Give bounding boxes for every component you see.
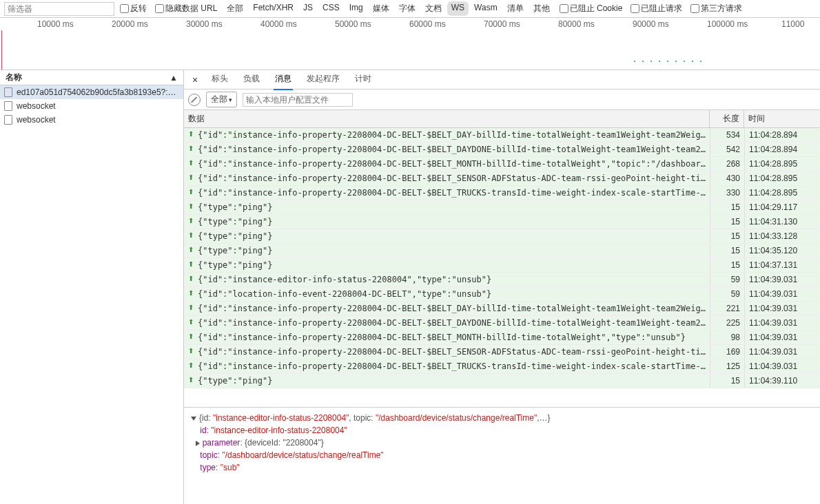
message-row[interactable]: ⬆{"type":"ping"}1511:04:35.120 [184, 244, 820, 258]
message-row[interactable]: ⬆{"id":"instance-info-property-2208004-D… [184, 316, 820, 330]
message-row[interactable]: ⬆{"id":"instance-info-property-2208004-D… [184, 302, 820, 316]
type-filter-媒体[interactable]: 媒体 [369, 1, 393, 16]
message-row[interactable]: ⬆{"type":"ping"}1511:04:39.110 [184, 374, 820, 388]
message-row[interactable]: ⬆{"id":"instance-editor-info-status-2208… [184, 273, 820, 287]
upload-arrow-icon: ⬆ [184, 273, 195, 286]
tab-发起程序[interactable]: 发起程序 [305, 69, 341, 90]
timeline-tick: 40000 ms [260, 19, 297, 29]
upload-arrow-icon: ⬆ [184, 186, 195, 200]
upload-arrow-icon: ⬆ [184, 316, 195, 330]
message-row[interactable]: ⬆{"id":"instance-info-property-2208004-D… [184, 359, 820, 374]
type-filter-css[interactable]: CSS [318, 1, 344, 16]
type-filter-wasm[interactable]: Wasm [470, 1, 502, 16]
timeline-tick: 70000 ms [484, 19, 520, 29]
upload-arrow-icon: ⬆ [184, 171, 195, 185]
timeline-tick: 11000 [781, 19, 804, 29]
type-filter-img[interactable]: Img [345, 1, 367, 16]
upload-arrow-icon: ⬆ [184, 200, 195, 214]
messages-toolbar: 全部 [184, 90, 820, 110]
message-detail[interactable]: {id: "instance-editor-info-status-220800… [184, 408, 820, 504]
timeline-marker [1, 30, 2, 70]
upload-arrow-icon: ⬆ [184, 359, 195, 373]
message-row[interactable]: ⬆{"type":"ping"}1511:04:37.131 [184, 258, 820, 273]
expand-toggle-icon[interactable] [191, 417, 196, 421]
col-header-length[interactable]: 长度 [710, 110, 744, 127]
upload-arrow-icon: ⬆ [184, 244, 195, 258]
message-row[interactable]: ⬆{"id":"instance-info-property-2208004-D… [184, 330, 820, 345]
type-filter-全部[interactable]: 全部 [223, 1, 247, 16]
message-row[interactable]: ⬆{"type":"ping"}1511:04:33.128 [184, 229, 820, 244]
upload-arrow-icon: ⬆ [184, 287, 195, 301]
clear-icon[interactable] [188, 94, 201, 106]
tab-计时[interactable]: 计时 [353, 69, 373, 90]
file-icon [4, 115, 12, 125]
timeline-tick: 100000 ms [707, 19, 748, 29]
upload-arrow-icon: ⬆ [184, 128, 195, 142]
type-filter-js[interactable]: JS [299, 1, 317, 16]
request-list-header[interactable]: 名称 ▲ [0, 70, 183, 85]
timeline-dots [634, 61, 701, 62]
message-row[interactable]: ⬆{"id":"instance-info-property-2208004-D… [184, 186, 820, 200]
detail-pane: × 标头负载消息发起程序计时 全部 数据 长度 时间 ⬆{"id":"insta… [184, 70, 820, 504]
type-filter-其他[interactable]: 其他 [529, 1, 554, 16]
type-filter-文档[interactable]: 文档 [421, 1, 446, 16]
upload-arrow-icon: ⬆ [184, 345, 195, 359]
message-row[interactable]: ⬆{"type":"ping"}1511:04:31.130 [184, 215, 820, 229]
message-row[interactable]: ⬆{"id":"instance-info-property-2208004-D… [184, 171, 820, 186]
filter-toolbar: 反转 隐藏数据 URL 全部Fetch/XHRJSCSSImg媒体字体文档WSW… [0, 0, 820, 18]
invert-checkbox[interactable]: 反转 [117, 3, 150, 14]
timeline-tick: 90000 ms [633, 19, 669, 29]
upload-arrow-icon: ⬆ [184, 143, 195, 156]
table-header: 数据 长度 时间 [184, 110, 820, 128]
tab-负载[interactable]: 负载 [242, 69, 261, 90]
timeline-tick: 10000 ms [37, 19, 74, 29]
message-row[interactable]: ⬆{"type":"ping"}1511:04:29.117 [184, 200, 820, 215]
upload-arrow-icon: ⬆ [184, 157, 195, 171]
close-icon[interactable]: × [188, 74, 202, 85]
blocked-request-checkbox[interactable]: 已阻止请求 [628, 3, 685, 14]
request-item[interactable]: websocket [0, 99, 183, 113]
upload-arrow-icon: ⬆ [184, 374, 195, 388]
type-filter-清单[interactable]: 清单 [503, 1, 528, 16]
upload-arrow-icon: ⬆ [184, 229, 195, 243]
third-party-checkbox[interactable]: 第三方请求 [688, 3, 745, 14]
message-row[interactable]: ⬆{"id":"instance-info-property-2208004-D… [184, 157, 820, 171]
hide-data-url-checkbox[interactable]: 隐藏数据 URL [152, 3, 220, 14]
upload-arrow-icon: ⬆ [184, 258, 195, 272]
file-icon [4, 87, 12, 97]
upload-arrow-icon: ⬆ [184, 330, 195, 344]
timeline-tick: 30000 ms [186, 19, 223, 29]
col-header-time[interactable]: 时间 [744, 110, 820, 127]
file-icon [4, 101, 12, 111]
message-row[interactable]: ⬆{"id":"instance-info-property-2208004-D… [184, 128, 820, 143]
request-list-pane: 名称 ▲ ed107a051d754062b90dc5fa3b8193e5?:X… [0, 70, 184, 504]
timeline-tick: 60000 ms [409, 19, 446, 29]
messages-table: 数据 长度 时间 ⬆{"id":"instance-info-property-… [184, 110, 820, 408]
request-item[interactable]: ed107a051d754062b90dc5fa3b8193e5?:X_... [0, 85, 183, 99]
message-type-filter[interactable]: 全部 [206, 92, 237, 107]
tab-消息[interactable]: 消息 [274, 69, 293, 90]
tab-标头[interactable]: 标头 [210, 69, 229, 90]
type-filter-ws[interactable]: WS [447, 1, 469, 16]
message-row[interactable]: ⬆{"id":"instance-info-property-2208004-D… [184, 345, 820, 359]
sort-arrow-icon: ▲ [170, 73, 178, 83]
upload-arrow-icon: ⬆ [184, 215, 195, 229]
detail-tabbar: × 标头负载消息发起程序计时 [184, 70, 820, 90]
request-item[interactable]: websocket [0, 113, 183, 127]
expand-toggle-icon[interactable] [196, 441, 200, 446]
col-header-data[interactable]: 数据 [184, 110, 710, 127]
filter-input[interactable] [4, 2, 114, 16]
timeline-tick: 20000 ms [112, 19, 148, 29]
type-filter-字体[interactable]: 字体 [395, 1, 420, 16]
message-row[interactable]: ⬆{"id":"instance-info-property-2208004-D… [184, 143, 820, 157]
type-filter-fetch/xhr[interactable]: Fetch/XHR [249, 1, 298, 16]
timeline-tick: 80000 ms [558, 19, 595, 29]
message-row[interactable]: ⬆{"id":"location-info-event-2208004-DC-B… [184, 287, 820, 302]
timeline-tick: 50000 ms [335, 19, 371, 29]
timeline-waterfall[interactable]: 10000 ms20000 ms30000 ms40000 ms50000 ms… [0, 18, 820, 70]
blocked-cookie-checkbox[interactable]: 已阻止 Cookie [557, 3, 626, 14]
upload-arrow-icon: ⬆ [184, 302, 195, 315]
message-filter-input[interactable] [243, 93, 353, 107]
